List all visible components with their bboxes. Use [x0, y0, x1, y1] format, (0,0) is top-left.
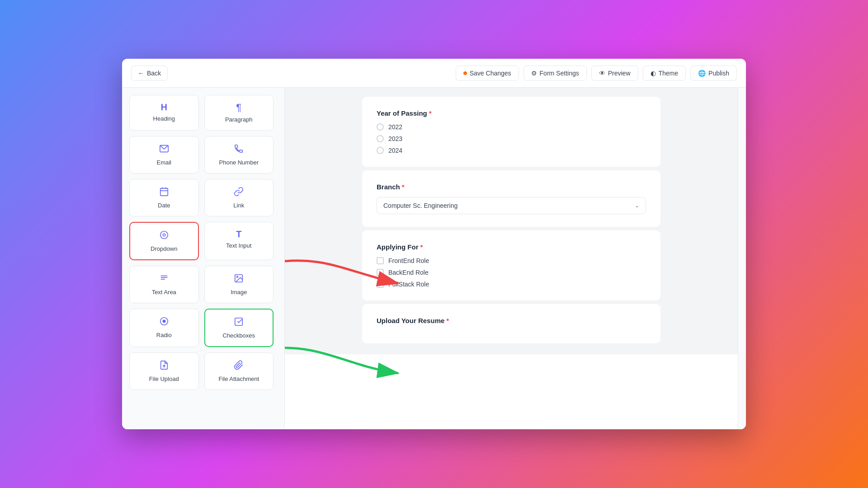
component-heading[interactable]: H Heading [129, 95, 199, 131]
back-arrow-icon: ← [138, 70, 144, 77]
form-settings-button[interactable]: ⚙ Form Settings [524, 66, 587, 81]
back-button[interactable]: ← Back [131, 66, 168, 81]
component-dropdown[interactable]: Dropdown [129, 222, 199, 260]
backend-role-option[interactable]: BackEnd Role [377, 269, 646, 276]
dropdown-label: Dropdown [151, 245, 177, 252]
component-text-area[interactable]: Text Area [129, 266, 199, 303]
upload-resume-section: Upload Your Resume * [362, 304, 660, 343]
paragraph-label: Paragraph [225, 116, 253, 123]
branch-required-star: * [402, 183, 405, 191]
upload-required-star: * [446, 317, 449, 324]
svg-point-6 [163, 234, 165, 236]
text-input-icon: T [236, 230, 241, 239]
svg-point-5 [160, 231, 168, 239]
phone-number-label: Phone Number [219, 159, 259, 166]
upload-resume-label: Upload Your Resume * [377, 317, 646, 324]
component-checkboxes[interactable]: Checkboxes [204, 309, 274, 347]
link-icon [234, 187, 244, 198]
link-label: Link [233, 202, 244, 209]
publish-button[interactable]: 🌐 Publish [690, 66, 737, 81]
year-2022-option[interactable]: 2022 [377, 123, 646, 131]
component-text-input[interactable]: T Text Input [204, 222, 274, 260]
form-area: Year of Passing * 2022 2023 [285, 88, 738, 354]
date-label: Date [158, 202, 170, 209]
radio-label: Radio [156, 332, 172, 338]
preview-button[interactable]: 👁 Preview [591, 66, 638, 81]
file-attachment-label: File Attachment [218, 375, 259, 382]
svg-point-11 [237, 276, 238, 277]
svg-rect-1 [160, 188, 168, 196]
settings-icon: ⚙ [531, 70, 537, 77]
file-upload-icon [159, 360, 169, 372]
year-of-passing-label: Year of Passing * [377, 109, 646, 117]
image-icon [234, 273, 244, 285]
save-dot-icon [463, 71, 467, 75]
date-icon [159, 187, 169, 198]
component-radio[interactable]: Radio [129, 309, 199, 347]
save-label: Save Changes [470, 70, 511, 77]
component-email[interactable]: Email [129, 136, 199, 174]
image-label: Image [231, 289, 247, 296]
form-wrapper: Year of Passing * 2022 2023 [285, 88, 738, 429]
year-of-passing-options: 2022 2023 2024 [377, 123, 646, 154]
form-settings-label: Form Settings [540, 70, 579, 77]
component-date[interactable]: Date [129, 179, 199, 216]
checkbox-fullstack [377, 281, 384, 288]
component-paragraph[interactable]: ¶ Paragraph [204, 95, 274, 131]
theme-icon: ◐ [651, 70, 656, 77]
radio-circle-2022 [377, 123, 384, 131]
email-icon [159, 144, 169, 155]
form-inner: Year of Passing * 2022 2023 [353, 88, 670, 354]
email-label: Email [156, 159, 171, 166]
header: ← Back Save Changes ⚙ Form Settings 👁 Pr… [122, 59, 746, 88]
applying-for-options: FrontEnd Role BackEnd Role FullStack Rol… [377, 257, 646, 288]
component-file-upload[interactable]: File Upload [129, 352, 199, 390]
component-image[interactable]: Image [204, 266, 274, 303]
publish-icon: 🌐 [698, 70, 706, 77]
theme-button[interactable]: ◐ Theme [643, 66, 686, 81]
components-sidebar: H Heading ¶ Paragraph Email [122, 88, 285, 429]
radio-circle-2023 [377, 135, 384, 142]
applying-for-section: Applying For * FrontEnd Role BackEnd Rol… [362, 230, 660, 300]
applying-required-star: * [420, 243, 423, 251]
text-area-icon [159, 273, 169, 285]
checkboxes-label: Checkboxes [222, 332, 255, 339]
preview-label: Preview [608, 70, 631, 77]
publish-label: Publish [708, 70, 729, 77]
dropdown-icon [159, 230, 169, 242]
chevron-down-icon: ⌄ [635, 202, 639, 209]
heading-label: Heading [153, 115, 175, 122]
component-link[interactable]: Link [204, 179, 274, 216]
required-star: * [429, 109, 432, 117]
file-attachment-icon [234, 360, 244, 372]
component-phone-number[interactable]: Phone Number [204, 136, 274, 174]
back-label: Back [147, 70, 161, 77]
branch-dropdown[interactable]: Computer Sc. Engineering ⌄ [377, 197, 646, 214]
header-actions: Save Changes ⚙ Form Settings 👁 Preview ◐… [456, 66, 737, 81]
save-changes-button[interactable]: Save Changes [456, 66, 519, 81]
year-2023-option[interactable]: 2023 [377, 135, 646, 142]
svg-point-13 [163, 320, 165, 323]
branch-section: Branch * Computer Sc. Engineering ⌄ [362, 170, 660, 227]
radio-circle-2024 [377, 147, 384, 154]
text-input-label: Text Input [226, 242, 251, 249]
checkboxes-icon [234, 317, 244, 328]
components-grid: H Heading ¶ Paragraph Email [129, 95, 277, 390]
frontend-role-option[interactable]: FrontEnd Role [377, 257, 646, 264]
fullstack-role-option[interactable]: FullStack Role [377, 281, 646, 288]
paragraph-icon: ¶ [236, 103, 241, 113]
radio-icon [159, 316, 169, 328]
main-content: H Heading ¶ Paragraph Email [122, 88, 746, 429]
svg-rect-14 [235, 318, 243, 326]
applying-for-label: Applying For * [377, 243, 646, 251]
branch-label: Branch * [377, 183, 646, 191]
checkbox-frontend [377, 257, 384, 264]
phone-icon [234, 144, 244, 155]
right-panel [738, 88, 746, 429]
preview-icon: 👁 [599, 70, 605, 77]
file-upload-label: File Upload [149, 375, 179, 382]
heading-icon: H [161, 103, 167, 112]
year-2024-option[interactable]: 2024 [377, 147, 646, 154]
branch-selected-value: Computer Sc. Engineering [383, 202, 458, 209]
component-file-attachment[interactable]: File Attachment [204, 352, 274, 390]
